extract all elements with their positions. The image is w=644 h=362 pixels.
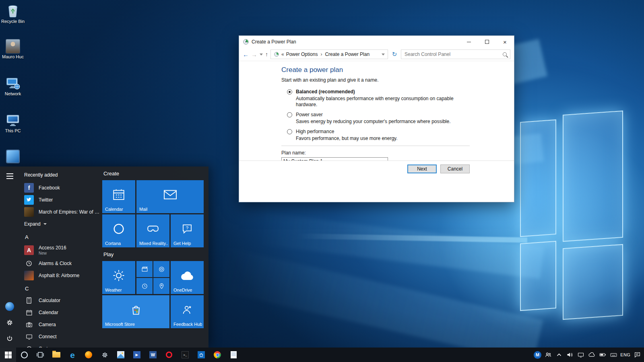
option-power-saver[interactable]: Power saver Saves energy by reducing you… <box>287 112 470 125</box>
firefox-button[interactable] <box>80 348 97 362</box>
opera-icon <box>166 352 172 358</box>
up-button[interactable]: ↑ <box>265 51 268 58</box>
address-dropdown[interactable] <box>382 53 385 56</box>
chrome-button[interactable] <box>209 348 225 362</box>
tile-onedrive[interactable]: OneDrive <box>171 261 204 294</box>
letter-header-c[interactable]: C <box>23 282 102 294</box>
app-item-march-of-empires[interactable]: March of Empires: War of Lords <box>23 206 102 218</box>
onedrive-tray-button[interactable] <box>586 348 597 362</box>
tile-calendar[interactable]: Calendar <box>102 180 135 213</box>
menu-expand-button[interactable] <box>0 168 19 184</box>
app-item-twitter[interactable]: Twitter <box>23 194 102 206</box>
address-bar[interactable]: « Power Options › Create a Power Plan <box>270 49 388 59</box>
tile-weather[interactable]: Weather <box>102 261 135 294</box>
tile-microsoft-store[interactable]: Microsoft Store <box>102 295 169 328</box>
task-view-button[interactable] <box>32 348 48 362</box>
option-label[interactable]: Balanced (recommended) <box>296 89 470 95</box>
start-button[interactable] <box>0 348 16 362</box>
app-item-cortana[interactable]: Cortana <box>23 343 102 348</box>
app-item-connect[interactable]: Connect <box>23 331 102 343</box>
breadcrumb-create-power-plan[interactable]: Create a Power Plan <box>325 51 369 57</box>
option-high-performance[interactable]: High performance Favors performance, but… <box>287 129 470 142</box>
tile-camera-small[interactable] <box>153 261 169 277</box>
maximize-button[interactable] <box>478 36 496 48</box>
tile-maps-small[interactable] <box>153 278 169 294</box>
tile-group-create[interactable]: Create <box>103 171 208 177</box>
touch-keyboard-button[interactable] <box>608 348 619 362</box>
close-button[interactable]: × <box>496 36 514 48</box>
tile-mail[interactable]: Mail <box>136 180 204 213</box>
radio-power-saver[interactable] <box>287 112 292 117</box>
desktop-icon-this-pc[interactable]: This PC <box>0 113 26 134</box>
tile-movies-tv[interactable] <box>136 261 153 277</box>
app-item-calculator[interactable]: Calculator <box>23 294 102 306</box>
recent-pages-dropdown[interactable] <box>260 53 263 56</box>
forward-button[interactable]: → <box>251 51 257 58</box>
mail-badge[interactable]: M <box>532 348 543 362</box>
file-explorer-button[interactable] <box>48 348 64 362</box>
minimize-button[interactable] <box>460 36 478 48</box>
radio-high-performance[interactable] <box>287 129 292 134</box>
tile-cortana[interactable]: Cortana <box>102 214 135 247</box>
account-button[interactable] <box>0 298 19 315</box>
tile-alarms-small[interactable] <box>136 278 153 294</box>
search-input[interactable] <box>405 51 500 57</box>
tray-overflow-button[interactable] <box>554 348 564 362</box>
movies-tv-button[interactable]: ▶ <box>129 348 145 362</box>
desktop-icon-recycle-bin[interactable]: Recycle Bin <box>0 3 26 25</box>
option-label[interactable]: Power saver <box>296 112 451 118</box>
navigation-bar: ← → ↑ « Power Options › Create a Power P… <box>239 48 514 61</box>
expand-control[interactable]: Expand <box>23 218 102 230</box>
desktop-icon-network[interactable]: Network <box>0 76 26 97</box>
cortana-button[interactable] <box>16 348 32 362</box>
search-box[interactable] <box>401 49 510 59</box>
desktop-icon-user-folder[interactable]: Mauro Huc <box>0 39 26 60</box>
command-prompt-button[interactable]: >_ <box>177 348 193 362</box>
action-center-button[interactable] <box>632 348 642 362</box>
tile-get-help[interactable]: ? Get Help <box>171 214 204 247</box>
monitor-icon <box>578 352 584 358</box>
language-indicator[interactable]: ENG <box>619 348 632 362</box>
display-button[interactable] <box>576 348 586 362</box>
window-titlebar[interactable]: Create a Power Plan × <box>239 36 514 48</box>
cancel-button[interactable]: Cancel <box>440 165 470 173</box>
battery-button[interactable] <box>597 348 608 362</box>
app-item-asphalt-8[interactable]: Asphalt 8: Airborne <box>23 269 102 282</box>
volume-button[interactable] <box>565 348 575 362</box>
edge-button[interactable]: e <box>64 348 80 362</box>
radio-balanced[interactable] <box>287 89 292 95</box>
breadcrumb-power-options[interactable]: Power Options <box>286 51 318 57</box>
power-button[interactable] <box>0 331 19 347</box>
settings-taskbar-button[interactable] <box>97 348 113 362</box>
option-label[interactable]: High performance <box>296 129 398 135</box>
letter-header-a[interactable]: A <box>23 231 102 243</box>
app-item-alarms-clock[interactable]: Alarms & Clock <box>23 257 102 269</box>
settings-button[interactable] <box>0 315 19 331</box>
store-button[interactable] <box>193 348 209 362</box>
tile-feedback-hub[interactable]: Feedback Hub <box>171 295 204 328</box>
photos-button[interactable] <box>113 348 129 362</box>
feedback-hub-icon <box>171 295 204 324</box>
notepad-button[interactable] <box>225 348 242 362</box>
tile-group-play[interactable]: Play <box>103 251 208 258</box>
page-intro: Start with an existing plan and give it … <box>281 77 470 83</box>
app-item-access-2016[interactable]: A Access 2016 New <box>23 243 102 257</box>
opera-button[interactable] <box>161 348 177 362</box>
app-item-camera[interactable]: Camera <box>23 319 102 331</box>
chevron-down-icon <box>43 223 47 225</box>
people-button[interactable] <box>543 348 553 362</box>
option-balanced[interactable]: Balanced (recommended) Automatically bal… <box>287 89 470 108</box>
app-item-calendar[interactable]: Calendar <box>23 306 102 319</box>
camera-icon <box>24 320 34 329</box>
start-tiles: Create Calendar Mail <box>102 167 208 348</box>
next-button[interactable]: Next <box>407 165 437 173</box>
word-button[interactable]: W <box>145 348 161 362</box>
tile-mixed-reality[interactable]: Mixed Reality... <box>136 214 169 247</box>
refresh-button[interactable]: ↻ <box>390 51 398 58</box>
desktop-icon-pinned-app[interactable] <box>0 150 26 162</box>
option-description: Saves energy by reducing your computer's… <box>296 119 451 125</box>
app-item-facebook[interactable]: f Facebook <box>23 182 102 194</box>
back-button[interactable]: ← <box>243 51 249 58</box>
breadcrumb-overflow[interactable]: « <box>281 51 284 57</box>
tile-label: Cortana <box>105 241 134 246</box>
